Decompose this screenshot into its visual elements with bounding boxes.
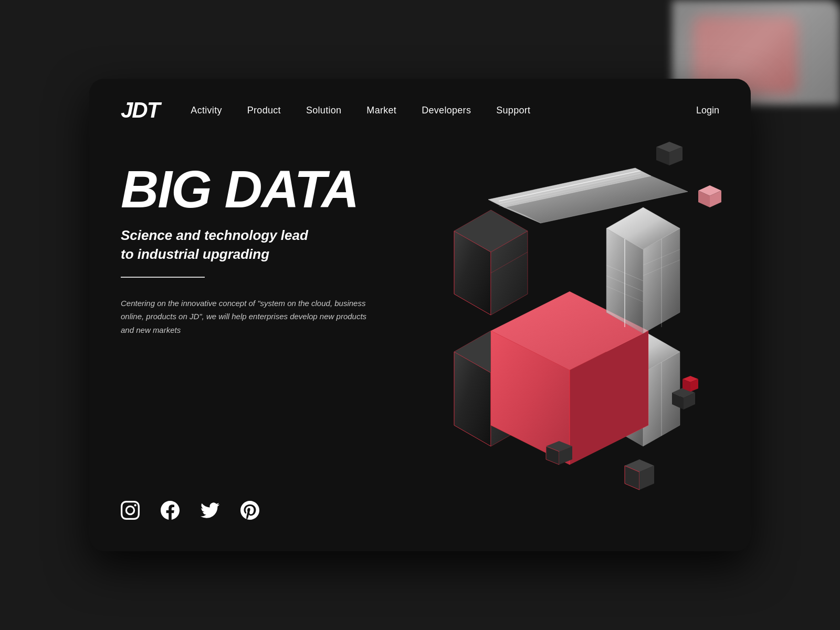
social-icons [121,501,259,520]
main-card: JDT Activity Product Solution Market Dev… [89,79,751,551]
hero-subtitle: Science and technology leadto industrial… [121,226,415,264]
instagram-icon[interactable] [121,501,140,520]
nav-market[interactable]: Market [366,105,396,116]
pinterest-icon[interactable] [240,501,259,520]
nav-solution[interactable]: Solution [306,105,341,116]
nav-product[interactable]: Product [247,105,281,116]
hero-description: Centering on the innovative concept of "… [121,297,373,337]
nav-support[interactable]: Support [496,105,530,116]
nav-links: Activity Product Solution Market Develop… [191,105,696,116]
hero-divider [121,277,205,278]
nav-developers[interactable]: Developers [422,105,471,116]
twitter-icon[interactable] [201,501,219,520]
logo: JDT [121,98,159,123]
cube-visual [373,105,751,536]
facebook-icon[interactable] [161,501,180,520]
hero-content: BIG DATA Science and technology leadto i… [121,163,415,337]
nav-activity[interactable]: Activity [191,105,222,116]
hero-title: BIG DATA [121,163,415,215]
navbar: JDT Activity Product Solution Market Dev… [89,79,751,123]
outer-wrapper: JDT Activity Product Solution Market Dev… [0,0,840,630]
login-button[interactable]: Login [696,105,719,116]
